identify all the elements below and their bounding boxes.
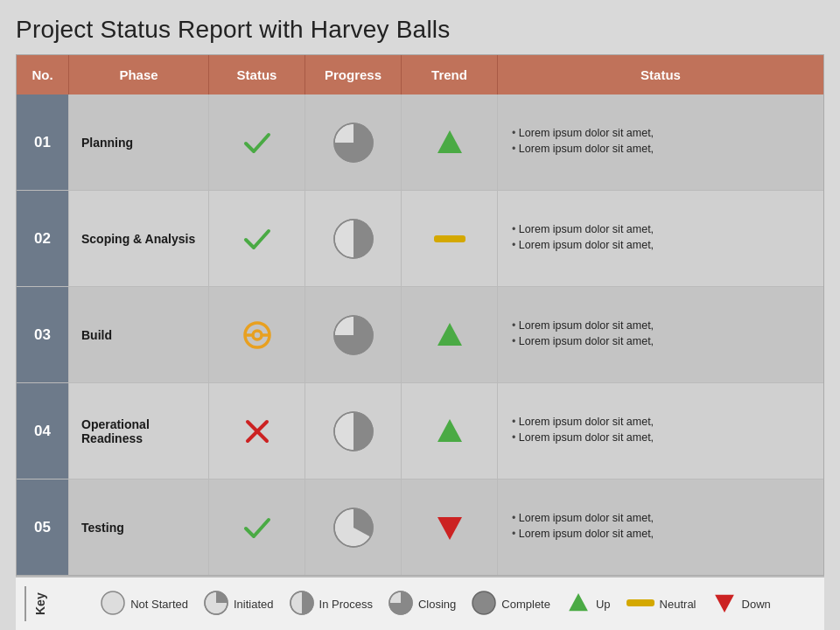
legend-label: Complete — [501, 598, 550, 611]
note-item: Lorem ipsum dolor sit amet, — [512, 127, 654, 139]
col-no: No. — [17, 55, 69, 94]
cell-phase: Operational Readiness — [69, 383, 209, 479]
cell-notes: Lorem ipsum dolor sit amet,Lorem ipsum d… — [498, 383, 823, 479]
legend-icon — [101, 591, 125, 618]
legend-label: Closing — [418, 598, 456, 611]
cell-notes: Lorem ipsum dolor sit amet,Lorem ipsum d… — [498, 94, 823, 190]
page: Project Status Report with Harvey Balls … — [0, 0, 840, 630]
svg-marker-20 — [438, 517, 462, 540]
cell-phase: Scoping & Analysis — [69, 191, 209, 286]
cell-progress — [305, 191, 402, 286]
legend-icon — [204, 591, 228, 618]
legend-label: Not Started — [130, 598, 188, 611]
legend-icon — [388, 591, 413, 618]
legend-label: Neutral — [660, 598, 696, 611]
table-row: 04Operational Readiness Lorem ipsum dolo… — [17, 383, 823, 480]
note-item: Lorem ipsum dolor sit amet, — [512, 143, 654, 155]
svg-point-28 — [472, 592, 495, 614]
svg-marker-31 — [715, 594, 734, 612]
main-table: No. Phase Status Progress Trend Status 0… — [16, 54, 824, 576]
legend-label: In Process — [319, 598, 373, 611]
legend-label: Down — [742, 598, 771, 611]
legend-icon — [290, 591, 314, 618]
col-status: Status — [209, 55, 305, 94]
cell-notes: Lorem ipsum dolor sit amet,Lorem ipsum d… — [498, 480, 823, 575]
cell-no: 03 — [17, 287, 69, 382]
legend-item: Neutral — [626, 597, 696, 612]
col-progress: Progress — [305, 55, 402, 94]
legend-label: Up — [596, 598, 611, 611]
cell-no: 01 — [17, 94, 69, 190]
note-item: Lorem ipsum dolor sit amet, — [512, 528, 654, 540]
cell-status-icon — [209, 287, 305, 382]
cell-status-icon — [209, 480, 305, 575]
svg-point-7 — [253, 331, 262, 340]
cell-trend — [402, 94, 498, 190]
svg-marker-17 — [438, 419, 462, 442]
svg-point-21 — [102, 592, 124, 614]
cell-trend — [402, 480, 498, 575]
cell-trend — [402, 383, 498, 479]
legend-bar: Key Not Started Initiated In Process Clo… — [16, 576, 824, 630]
cell-phase: Planning — [69, 94, 209, 190]
note-item: Lorem ipsum dolor sit amet, — [512, 239, 654, 251]
svg-rect-5 — [434, 235, 466, 242]
svg-marker-2 — [438, 130, 462, 153]
legend-item: Complete — [472, 591, 550, 618]
legend-icon — [472, 591, 496, 618]
cell-no: 02 — [17, 191, 69, 286]
legend-icon — [566, 591, 591, 618]
note-item: Lorem ipsum dolor sit amet, — [512, 223, 654, 235]
cell-phase: Build — [69, 287, 209, 382]
legend-item: In Process — [290, 591, 373, 618]
cell-status-icon — [209, 94, 305, 190]
legend-icon — [626, 597, 654, 612]
legend-icon — [712, 591, 737, 618]
table-row: 05Testing Lorem ipsum dolor sit amet,Lor… — [17, 480, 823, 575]
legend-item: Closing — [388, 591, 456, 618]
cell-no: 04 — [17, 383, 69, 479]
legend-item: Not Started — [101, 591, 188, 618]
note-item: Lorem ipsum dolor sit amet, — [512, 431, 654, 444]
legend-label: Initiated — [234, 598, 274, 611]
cell-status-icon — [209, 383, 305, 479]
note-item: Lorem ipsum dolor sit amet, — [512, 319, 654, 332]
table-row: 01Planning Lorem ipsum dolor sit amet,Lo… — [17, 94, 823, 191]
legend-item: Initiated — [204, 591, 274, 618]
note-item: Lorem ipsum dolor sit amet, — [512, 416, 654, 428]
col-status2: Status — [498, 55, 823, 94]
page-title: Project Status Report with Harvey Balls — [16, 16, 824, 44]
table-row: 03Build Lorem ipsum dolor sit amet,Lorem… — [17, 287, 823, 383]
cell-notes: Lorem ipsum dolor sit amet,Lorem ipsum d… — [498, 191, 823, 286]
cell-notes: Lorem ipsum dolor sit amet,Lorem ipsum d… — [498, 287, 823, 382]
cell-progress — [305, 94, 402, 190]
note-item: Lorem ipsum dolor sit amet, — [512, 335, 654, 347]
col-trend: Trend — [402, 55, 498, 94]
legend-item: Up — [566, 591, 611, 618]
table-header: No. Phase Status Progress Trend Status — [17, 55, 823, 94]
col-phase: Phase — [69, 55, 209, 94]
key-label: Key — [24, 586, 47, 621]
cell-trend — [402, 191, 498, 286]
cell-status-icon — [209, 191, 305, 286]
table-body: 01Planning Lorem ipsum dolor sit amet,Lo… — [17, 94, 823, 575]
svg-rect-30 — [626, 599, 654, 606]
cell-no: 05 — [17, 480, 69, 575]
cell-progress — [305, 287, 402, 382]
cell-progress — [305, 480, 402, 575]
cell-trend — [402, 287, 498, 382]
legend-items: Not Started Initiated In Process Closing… — [56, 591, 816, 618]
svg-marker-29 — [569, 593, 588, 611]
note-item: Lorem ipsum dolor sit amet, — [512, 512, 654, 524]
cell-phase: Testing — [69, 480, 209, 575]
svg-marker-12 — [438, 323, 462, 346]
cell-progress — [305, 383, 402, 479]
legend-item: Down — [712, 591, 771, 618]
table-row: 02Scoping & Analysis Lorem ipsum dolor s… — [17, 191, 823, 287]
